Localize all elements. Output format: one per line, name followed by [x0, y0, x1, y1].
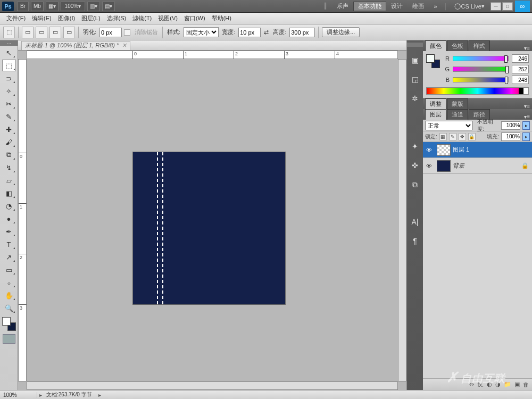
settings-icon[interactable]: ✲	[409, 93, 421, 104]
close-icon[interactable]: ✕	[122, 42, 127, 49]
color-swatch[interactable]	[2, 317, 16, 331]
tab-styles[interactable]: 样式	[469, 40, 490, 51]
blend-select[interactable]: 正常	[425, 121, 473, 130]
sel-int-icon[interactable]: ▭	[63, 27, 75, 38]
sel-new-icon[interactable]: ▭	[22, 27, 34, 38]
pen-tool[interactable]: ✒	[2, 226, 16, 237]
fill-input[interactable]	[501, 132, 520, 141]
history-tool[interactable]: ↯	[2, 162, 16, 173]
g-slider[interactable]	[453, 66, 509, 72]
menu-image[interactable]: 图像(I)	[55, 13, 78, 24]
extras-btn[interactable]: ▤▾	[102, 2, 115, 11]
status-arrow-icon[interactable]: ▸	[98, 392, 101, 398]
panel-menu-icon[interactable]: ▾≡	[522, 103, 532, 109]
spectrum-bar[interactable]	[426, 87, 529, 95]
tab-swatches[interactable]: 色板	[447, 40, 468, 51]
feather-input[interactable]	[99, 28, 122, 37]
menu-select[interactable]: 选择(S)	[104, 13, 130, 24]
menu-help[interactable]: 帮助(H)	[209, 13, 235, 24]
layer-thumb[interactable]	[437, 144, 451, 156]
lasso-tool[interactable]: ⊃	[2, 72, 16, 84]
screenmode-btn[interactable]: ▦▾	[46, 2, 59, 11]
crop-tool[interactable]: ✂	[2, 98, 16, 110]
dodge-tool[interactable]: ●	[2, 213, 16, 225]
new-icon[interactable]: ▣	[514, 381, 520, 388]
cloud-btn[interactable]: ∞	[515, 1, 530, 12]
path-tool[interactable]: ↗	[2, 251, 16, 263]
bridge-btn[interactable]: Br	[17, 2, 29, 11]
menu-view[interactable]: 视图(V)	[155, 13, 181, 24]
brush-icon[interactable]: ✜	[409, 160, 421, 171]
menu-file[interactable]: 文件(F)	[3, 13, 29, 24]
3d-tool[interactable]: ⬦	[2, 277, 16, 288]
tab-channels[interactable]: 通道	[447, 109, 468, 120]
eraser-tool[interactable]: ▱	[2, 174, 16, 186]
marquee-tool[interactable]: ⬚	[2, 60, 16, 71]
type-tool[interactable]: T	[2, 238, 16, 250]
min-btn[interactable]: ─	[491, 2, 501, 11]
blur-tool[interactable]: ◔	[2, 200, 16, 212]
doc-tab[interactable]: 未标题-1 @ 100% (图层 1, RGB/8) *✕	[21, 41, 130, 50]
opacity-arrow[interactable]: ▸	[522, 121, 530, 130]
mb-btn[interactable]: Mb	[31, 2, 44, 11]
status-zoom[interactable]: 100%	[0, 392, 37, 398]
g-input[interactable]	[512, 65, 529, 73]
current-tool-icon[interactable]: ⬚	[3, 27, 15, 38]
char-icon[interactable]: ✦	[409, 140, 421, 152]
ruler-v[interactable]: 0 1 2 3	[18, 59, 27, 381]
refine-edge-btn[interactable]: 调整边缘...	[322, 27, 360, 37]
move-tool[interactable]: ↖	[2, 47, 16, 59]
arrange-btn[interactable]: ▥▾	[87, 2, 100, 11]
trash-icon[interactable]: 🗑	[523, 381, 529, 388]
group-icon[interactable]: 📁	[504, 381, 511, 388]
tab-color[interactable]: 颜色	[425, 40, 446, 51]
clone-icon[interactable]: ⧉	[409, 179, 421, 190]
ws-3[interactable]: 设计	[386, 2, 408, 11]
panel-menu-icon[interactable]: ▾≡	[522, 45, 532, 51]
adj-icon[interactable]: ◑	[495, 381, 501, 388]
sel-add-icon[interactable]: ▭	[36, 27, 47, 38]
stamp-tool[interactable]: ⧉	[2, 149, 16, 161]
menu-layer[interactable]: 图层(L)	[78, 13, 103, 24]
lock-trans-icon[interactable]: ▦	[439, 133, 447, 140]
swap-icon[interactable]: ⇄	[264, 29, 269, 36]
menu-edit[interactable]: 编辑(E)	[29, 13, 55, 24]
zoom-btn[interactable]: 100% ▾	[61, 2, 85, 11]
gradient-tool[interactable]: ◧	[2, 187, 16, 199]
tab-mask[interactable]: 蒙版	[447, 98, 468, 109]
ws-1[interactable]: 乐声	[332, 2, 353, 11]
cslive-btn[interactable]: ◯ CS Live ▾	[450, 2, 489, 11]
canvas-viewport[interactable]	[27, 59, 398, 381]
para-icon[interactable]: ¶	[409, 235, 421, 247]
height-input[interactable]	[289, 28, 315, 37]
lock-move-icon[interactable]: ✥	[459, 133, 466, 140]
canvas[interactable]	[133, 152, 285, 304]
hand-tool[interactable]: ✋	[2, 289, 16, 301]
fill-arrow[interactable]: ▸	[522, 132, 530, 141]
layer-thumb[interactable]	[437, 160, 451, 172]
layer-row[interactable]: 👁 图层 1	[423, 142, 532, 158]
wand-tool[interactable]: ✧	[2, 85, 16, 97]
shape-tool[interactable]: ▭	[2, 264, 16, 276]
tab-adjust[interactable]: 调整	[425, 98, 446, 109]
scroll-v[interactable]	[398, 59, 406, 381]
mask-icon[interactable]: ◐	[487, 381, 492, 388]
brush-tool[interactable]: 🖌	[2, 136, 16, 148]
menu-window[interactable]: 窗口(W)	[181, 13, 209, 24]
lock-paint-icon[interactable]: ✎	[449, 133, 456, 140]
max-btn[interactable]: □	[502, 2, 513, 11]
ruler-h[interactable]: 0 1 2 3 4	[27, 51, 398, 59]
ws-more[interactable]: »	[429, 2, 442, 11]
panel-menu-icon[interactable]: ▾≡	[522, 114, 532, 120]
visibility-icon[interactable]: 👁	[423, 147, 435, 153]
b-input[interactable]	[512, 76, 529, 84]
status-docinfo[interactable]: 文档:263.7K/0 字节	[42, 391, 96, 398]
visibility-icon[interactable]: 👁	[423, 163, 435, 169]
panel-swatch[interactable]	[426, 54, 440, 68]
width-input[interactable]	[238, 28, 261, 37]
text-a-icon[interactable]: A|	[409, 216, 421, 228]
panel-handle[interactable]: ⋯	[0, 40, 18, 46]
scroll-h[interactable]	[27, 381, 398, 390]
opacity-input[interactable]	[501, 121, 520, 130]
dock-handle[interactable]	[407, 43, 423, 47]
